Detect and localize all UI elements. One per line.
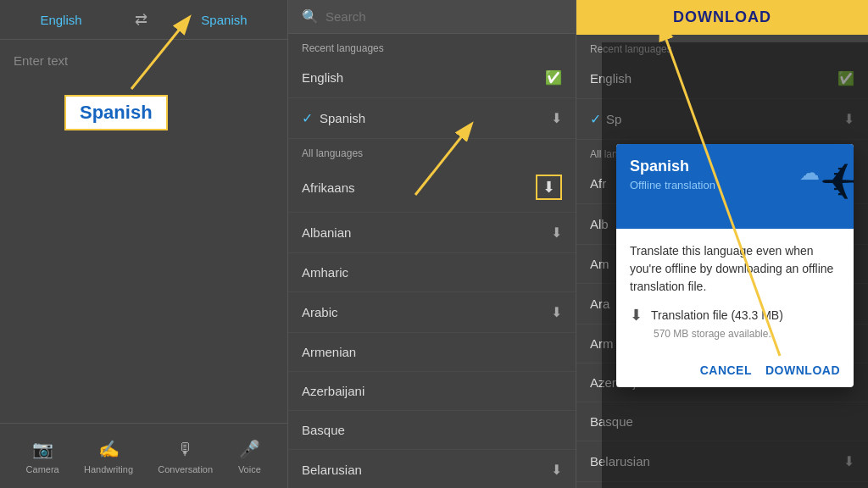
file-download-icon: ⬇ <box>630 306 643 324</box>
belarusian-label: Belarusian <box>302 463 362 477</box>
handwriting-button[interactable]: ✍ Handwriting <box>84 437 133 474</box>
input-mode-bar: 📷 Camera ✍ Handwriting 🎙 Conversation 🎤 … <box>0 423 287 488</box>
search-bar: 🔍 <box>288 0 576 34</box>
download-icon-afrikaans: ⬇ <box>542 178 555 197</box>
dialog-title: Spanish <box>630 158 715 175</box>
lang-item-basque[interactable]: Basque <box>288 411 576 450</box>
lang-item-english-recent[interactable]: English ✅ <box>288 58 576 98</box>
conversation-icon: 🎙 <box>174 437 198 461</box>
afrikaans-label: Afrikaans <box>302 180 355 195</box>
arabic-label: Arabic <box>302 305 338 319</box>
lang-item-afrikaans[interactable]: Afrikaans ⬇ <box>288 163 576 213</box>
language-bar: English ⇄ Spanish <box>0 0 287 40</box>
file-info: ⬇ Translation file (43.3 MB) <box>630 306 840 324</box>
dialog-overlay: Spanish Offline translation ☁ ✈ Translat… <box>602 42 868 488</box>
search-icon: 🔍 <box>302 8 319 25</box>
basque-label: Basque <box>302 423 345 437</box>
lang-item-albanian[interactable]: Albanian ⬇ <box>288 213 576 253</box>
spanish-label-box: Spanish <box>64 95 168 130</box>
camera-icon: 📷 <box>31 437 54 461</box>
lang-item-belarusian[interactable]: Belarusian ⬇ <box>288 450 576 488</box>
offline-download-dialog: Spanish Offline translation ☁ ✈ Translat… <box>616 144 854 387</box>
dialog-header: Spanish Offline translation ☁ ✈ <box>616 144 854 229</box>
handwriting-label: Handwriting <box>84 464 133 474</box>
conversation-label: Conversation <box>158 464 213 474</box>
middle-panel: 🔍 Recent languages English ✅ ✓ Spanish ⬇… <box>288 0 576 488</box>
armenian-label: Armenian <box>302 345 356 359</box>
lang-item-azerbaijani[interactable]: Azerbaijani <box>288 372 576 411</box>
right-checkmark-spanish: ✓ <box>590 111 601 127</box>
handwriting-icon: ✍ <box>97 437 120 461</box>
camera-button[interactable]: 📷 Camera <box>26 437 59 474</box>
search-input[interactable] <box>326 9 562 24</box>
conversation-button[interactable]: 🎙 Conversation <box>158 437 213 474</box>
voice-label: Voice <box>238 464 261 474</box>
voice-icon: 🎤 <box>237 437 261 461</box>
checkmark-spanish: ✓ <box>302 110 313 126</box>
amharic-label: Amharic <box>302 265 348 280</box>
cancel-button[interactable]: CANCEL <box>700 363 752 377</box>
file-label: Translation file (43.3 MB) <box>651 308 783 322</box>
azerbaijani-label: Azerbaijani <box>302 384 364 398</box>
camera-label: Camera <box>26 464 59 474</box>
lang-item-amharic[interactable]: Amharic <box>288 253 576 292</box>
swap-icon[interactable]: ⇄ <box>135 10 147 29</box>
downloaded-icon-english: ✅ <box>545 69 562 86</box>
download-box-afrikaans[interactable]: ⬇ <box>536 175 562 200</box>
source-language-button[interactable]: English <box>40 13 81 27</box>
download-header: DOWNLOAD <box>576 0 868 35</box>
voice-button[interactable]: 🎤 Voice <box>237 437 261 474</box>
lang-item-spanish-recent[interactable]: ✓ Spanish ⬇ <box>288 98 576 139</box>
storage-text: 570 MB storage available. <box>654 328 840 340</box>
dialog-subtitle: Offline translation <box>630 179 715 191</box>
spanish-recent-label: Spanish <box>320 111 365 125</box>
english-recent-label: English <box>302 70 343 85</box>
download-icon-albanian[interactable]: ⬇ <box>551 225 562 241</box>
enter-text-area[interactable]: Enter text <box>0 40 287 81</box>
left-panel: English ⇄ Spanish Enter text Spanish 📷 C… <box>0 0 288 488</box>
lang-item-arabic[interactable]: Arabic ⬇ <box>288 292 576 333</box>
dialog-actions: CANCEL DOWNLOAD <box>616 353 854 387</box>
right-panel: DOWNLOAD Recent languages English ✅ ✓ Sp… <box>576 0 868 488</box>
cloud-icon: ☁ <box>799 161 820 185</box>
all-section-label: All languages <box>288 139 576 163</box>
dialog-description: Translate this language even when you're… <box>630 242 840 296</box>
download-icon-arabic[interactable]: ⬇ <box>551 304 562 320</box>
download-icon-belarusian[interactable]: ⬇ <box>551 462 562 478</box>
download-button[interactable]: DOWNLOAD <box>765 363 840 377</box>
lang-item-armenian[interactable]: Armenian <box>288 333 576 372</box>
dialog-body: Translate this language even when you're… <box>616 229 854 353</box>
target-language-button[interactable]: Spanish <box>201 13 247 27</box>
albanian-label: Albanian <box>302 225 351 240</box>
download-icon-spanish[interactable]: ⬇ <box>551 110 562 126</box>
airplane-icon: ✈ <box>820 152 854 212</box>
recent-section-label: Recent languages <box>288 34 576 58</box>
